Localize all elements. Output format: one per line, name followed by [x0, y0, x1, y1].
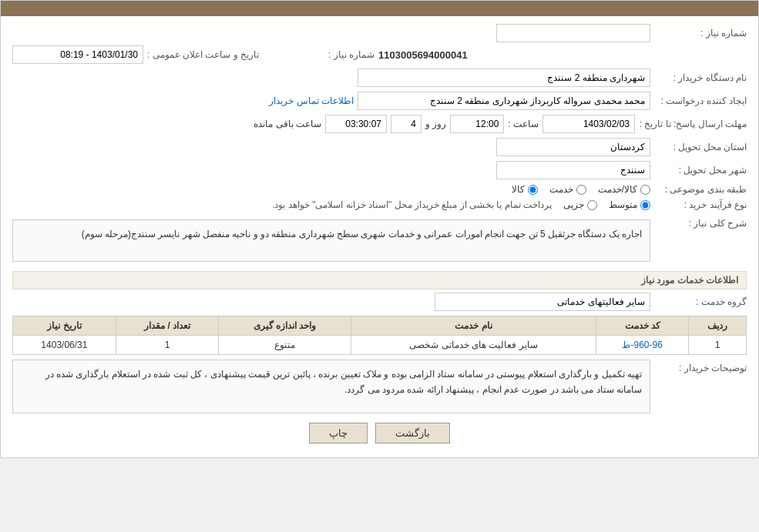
grouh-khedmat-label: گروه خدمت :: [654, 296, 747, 307]
remaining-label: ساعت باقی مانده: [254, 119, 321, 129]
radio-khedmat-item[interactable]: خدمت: [549, 184, 586, 195]
mohlat-date-input[interactable]: [542, 115, 635, 133]
cell-kod: 960-96-ط: [596, 336, 688, 355]
shomare-niaz-label: شماره نیاز :: [654, 28, 747, 38]
contact-info-link[interactable]: اطلاعات تماس خریدار: [269, 95, 354, 106]
services-table: ردیف کد خدمت نام خدمت واحد اندازه گیری ت…: [12, 316, 747, 355]
radio-motavasset-label: متوسط: [609, 199, 637, 210]
col-tarikh-niaz: تاریخ نیاز: [13, 316, 116, 336]
noe-farayand-label: نوع فرآیند خرید :: [654, 199, 747, 210]
nam-dastgah-input[interactable]: [358, 69, 650, 87]
noe-farayand-radio-group: متوسط جزیی: [563, 199, 650, 210]
ostan-label: استان محل تحویل :: [654, 142, 747, 152]
radio-kala-label: کالا: [512, 184, 525, 195]
saat-label: ساعت :: [508, 119, 539, 129]
action-buttons: بازگشت چاپ: [12, 423, 747, 443]
mohlat-saat-input[interactable]: [450, 115, 504, 133]
radio-motavasset-item[interactable]: متوسط: [609, 199, 650, 210]
tarikh-label: تاریخ و ساعت اعلان عمومی :: [147, 49, 259, 60]
page-title: [1, 1, 758, 16]
tabaqebandi-label: طبقه بندی موضوعی :: [654, 184, 747, 195]
sharh-box: اجاره یک دستگاه جرثقیل 5 تن جهت انجام ام…: [12, 219, 650, 262]
ijad-konande-input[interactable]: [358, 92, 650, 110]
tarikh-input[interactable]: [12, 45, 143, 64]
shahr-input[interactable]: [496, 161, 650, 179]
cell-radif: 1: [689, 336, 747, 355]
radio-jazee-label: جزیی: [563, 199, 584, 210]
chap-button[interactable]: چاپ: [309, 423, 368, 443]
col-nam-khedmat: نام خدمت: [351, 316, 596, 336]
shahr-label: شهر محل تحویل :: [654, 165, 747, 176]
mohlat-remaining-input[interactable]: [325, 115, 387, 133]
shomare-niaz-input[interactable]: [496, 24, 650, 42]
radio-motavasset[interactable]: [640, 200, 650, 210]
col-tedad: تعداد / مقدار: [116, 316, 219, 336]
cell-tedad: 1: [116, 336, 219, 355]
tawzihat-label: توضیحات خریدار :: [654, 363, 747, 373]
radio-khedmat[interactable]: [576, 185, 586, 195]
col-vahed: واحد اندازه گیری: [219, 316, 351, 336]
khadamat-section-title: اطلاعات خدمات مورد نیاز: [12, 271, 747, 289]
ijad-konande-label: ایجاد کننده درخواست :: [654, 95, 747, 106]
tabaqebandi-radio-group: کالا/خدمت خدمت کالا: [512, 184, 650, 195]
radio-jazee-item[interactable]: جزیی: [563, 199, 597, 210]
table-row: 1 960-96-ط سایر فعالیت های خدماتی شخصی م…: [13, 336, 747, 355]
col-radif: ردیف: [689, 316, 747, 336]
cell-tarikh: 1403/06/31: [13, 336, 116, 355]
radio-kala-khedmat-item[interactable]: کالا/خدمت: [598, 184, 650, 195]
radio-khedmat-label: خدمت: [549, 184, 573, 195]
mohlat-rooz-input[interactable]: [391, 115, 421, 133]
cell-vahed: متنوع: [219, 336, 351, 355]
ostan-input[interactable]: [496, 138, 650, 156]
mohlat-label: مهلت ارسال پاسخ: تا تاریخ :: [639, 119, 747, 129]
radio-kala-khedmat[interactable]: [640, 185, 650, 195]
farayand-note: پرداخت تمام یا بخشی از مبلغ خریداز محل "…: [272, 199, 552, 210]
cell-nam: سایر فعالیت های خدماتی شخصی: [351, 336, 596, 355]
sharh-label: شرح کلی نیاز :: [654, 218, 747, 229]
radio-jazee[interactable]: [587, 200, 597, 210]
grouh-khedmat-input[interactable]: [435, 293, 650, 311]
tawzihat-box: تهیه تکمیل و بارگذاری استعلام پیوستی در …: [12, 360, 650, 413]
col-kod-khedmat: کد خدمت: [596, 316, 688, 336]
nam-dastgah-label: نام دستگاه خریدار :: [654, 72, 747, 83]
shomare-niaz-label3: شماره نیاز :: [282, 49, 374, 60]
radio-kala-khedmat-label: کالا/خدمت: [598, 184, 637, 195]
bazgasht-button[interactable]: بازگشت: [375, 423, 450, 443]
radio-kala-item[interactable]: کالا: [512, 184, 538, 195]
shomare-niaz-value: 1103005694000041: [378, 49, 468, 61]
radio-kala[interactable]: [528, 185, 538, 195]
rooz-label: روز و: [425, 119, 446, 129]
